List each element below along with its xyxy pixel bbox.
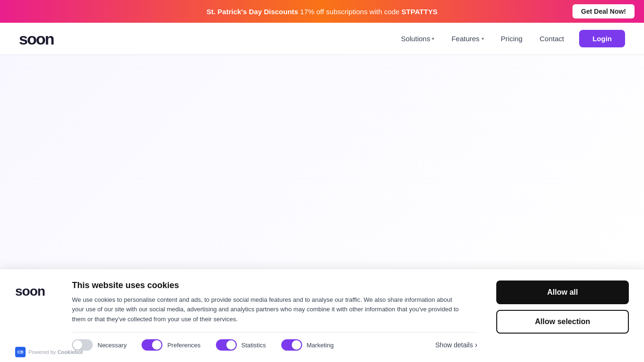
cookiebot-logo-icon: CB (15, 347, 26, 357)
navbar: soon Solutions ▾ Features ▾ Pricing Cont… (0, 23, 644, 55)
login-button[interactable]: Login (579, 30, 625, 47)
nav-item-contact[interactable]: Contact (533, 31, 571, 46)
promo-text-prefix: St. Patrick's Day Discounts (206, 8, 298, 16)
statistics-label: Statistics (242, 342, 266, 349)
promo-code: STPATTYS (402, 8, 438, 16)
marketing-toggle-switch[interactable] (281, 339, 302, 351)
allow-selection-button[interactable]: Allow selection (496, 310, 629, 334)
toggle-marketing: Marketing (281, 339, 334, 351)
svg-text:soon: soon (19, 30, 54, 48)
promo-text-suffix: 17% off subscriptions with code (300, 8, 402, 16)
soon-logo-svg: soon (19, 29, 76, 48)
chevron-down-icon: ▾ (482, 36, 484, 41)
cookie-content: This website uses cookies We use cookies… (72, 281, 477, 351)
promo-banner: St. Patrick's Day Discounts 17% off subs… (0, 0, 644, 23)
nav-item-pricing[interactable]: Pricing (494, 31, 529, 46)
cookie-title: This website uses cookies (72, 281, 477, 290)
cookie-consent-bar: soon This website uses cookies We use co… (0, 269, 644, 362)
show-details-button[interactable]: Show details › (435, 341, 477, 349)
powered-by-text: Powered by Cookiebot (28, 349, 83, 355)
get-deal-button[interactable]: Get Deal Now! (572, 4, 635, 18)
cookie-toggles: Necessary Preferences Statistics Marketi… (72, 332, 477, 351)
cookie-soon-svg: soon (15, 282, 53, 299)
soon-logo-cookie: soon (15, 282, 53, 299)
logo[interactable]: soon (19, 29, 76, 48)
cookie-actions: Allow all Allow selection (496, 281, 629, 334)
nav-links: Solutions ▾ Features ▾ Pricing Contact L… (394, 30, 625, 47)
statistics-toggle-switch[interactable] (216, 339, 237, 351)
preferences-label: Preferences (167, 342, 200, 349)
promo-text: St. Patrick's Day Discounts 17% off subs… (206, 8, 438, 16)
chevron-down-icon: ▾ (432, 36, 434, 41)
cookie-bar-inner: soon This website uses cookies We use co… (15, 281, 629, 351)
show-details-label: Show details (435, 341, 473, 349)
svg-text:soon: soon (15, 284, 45, 299)
nav-item-features[interactable]: Features ▾ (445, 31, 490, 46)
nav-item-solutions[interactable]: Solutions ▾ (394, 31, 441, 46)
cookie-body: We use cookies to personalise content an… (72, 295, 460, 325)
necessary-label: Necessary (98, 342, 126, 349)
chevron-right-icon: › (475, 341, 477, 349)
toggle-preferences: Preferences (142, 339, 200, 351)
main-content (0, 55, 644, 273)
cookie-logo: soon (15, 281, 53, 299)
allow-all-button[interactable]: Allow all (496, 281, 629, 304)
cookiebot-powered: CB Powered by Cookiebot (15, 347, 83, 357)
toggle-statistics: Statistics (216, 339, 266, 351)
marketing-label: Marketing (307, 342, 334, 349)
preferences-toggle-switch[interactable] (142, 339, 162, 351)
